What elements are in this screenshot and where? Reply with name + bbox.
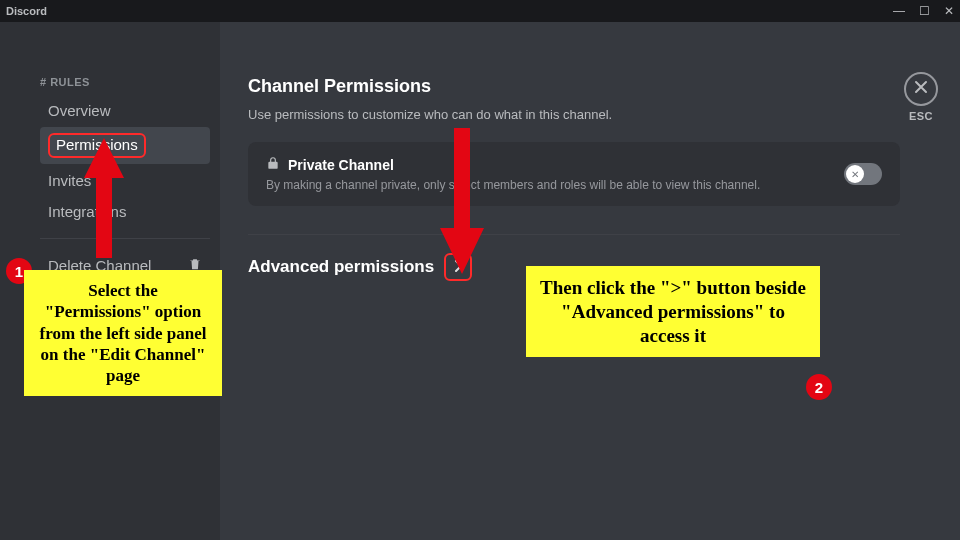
sidebar-header: # RULES bbox=[40, 76, 210, 88]
maximize-button[interactable]: ☐ bbox=[919, 4, 930, 18]
private-channel-desc: By making a channel private, only select… bbox=[266, 178, 760, 192]
svg-marker-0 bbox=[84, 138, 124, 258]
annotation-arrow-1 bbox=[84, 138, 124, 258]
card-text: Private Channel By making a channel priv… bbox=[266, 156, 760, 192]
private-channel-card: Private Channel By making a channel priv… bbox=[248, 142, 900, 206]
window-controls: ― ☐ ✕ bbox=[893, 4, 954, 18]
esc-label: ESC bbox=[904, 110, 938, 122]
close-window-button[interactable]: ✕ bbox=[944, 4, 954, 18]
close-settings: ESC bbox=[904, 72, 938, 122]
sidebar-item-overview[interactable]: Overview bbox=[40, 96, 210, 125]
annotation-callout-2: Then click the ">" button beside "Advanc… bbox=[526, 266, 820, 357]
divider bbox=[248, 234, 900, 235]
sidebar-item-label: Overview bbox=[48, 102, 111, 119]
close-icon bbox=[914, 80, 928, 98]
annotation-arrow-2 bbox=[440, 128, 484, 274]
divider bbox=[40, 238, 210, 239]
private-channel-title: Private Channel bbox=[288, 157, 394, 173]
app-window: Discord ― ☐ ✕ # RULES Overview Permissio… bbox=[0, 0, 960, 540]
private-channel-toggle[interactable] bbox=[844, 163, 882, 185]
app-name: Discord bbox=[6, 5, 47, 17]
annotation-callout-1: Select the "Permissions" option from the… bbox=[24, 270, 222, 396]
page-subtext: Use permissions to customize who can do … bbox=[248, 107, 900, 122]
close-button[interactable] bbox=[904, 72, 938, 106]
annotation-badge-2: 2 bbox=[806, 374, 832, 400]
page-title: Channel Permissions bbox=[248, 76, 900, 97]
sidebar-item-integrations[interactable]: Integrations bbox=[40, 197, 210, 226]
svg-marker-1 bbox=[440, 128, 484, 274]
sidebar-item-invites[interactable]: Invites bbox=[40, 166, 210, 195]
minimize-button[interactable]: ― bbox=[893, 4, 905, 18]
advanced-permissions-label: Advanced permissions bbox=[248, 257, 434, 277]
lock-icon bbox=[266, 156, 280, 174]
sidebar-item-permissions[interactable]: Permissions bbox=[40, 127, 210, 164]
titlebar: Discord ― ☐ ✕ bbox=[0, 0, 960, 22]
